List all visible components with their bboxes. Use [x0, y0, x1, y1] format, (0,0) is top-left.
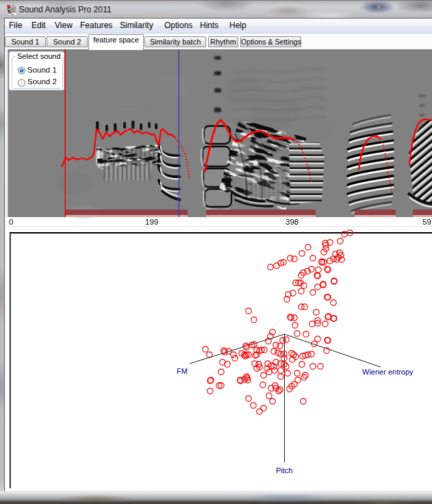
svg-text:398: 398 — [285, 218, 298, 226]
svg-text:59: 59 — [422, 218, 431, 226]
svg-text:199: 199 — [145, 218, 158, 226]
svg-text:Wiener entropy: Wiener entropy — [362, 368, 414, 376]
svg-text:Pitch: Pitch — [276, 466, 292, 475]
svg-text:0: 0 — [9, 218, 13, 226]
svg-text:FM: FM — [177, 367, 188, 375]
